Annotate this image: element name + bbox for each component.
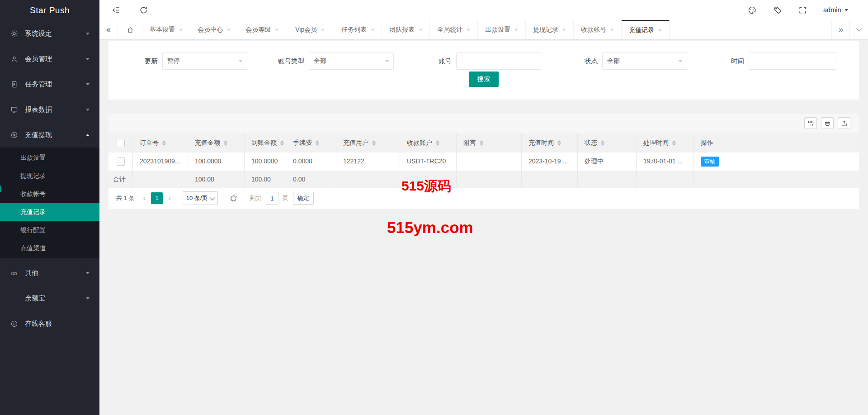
sort-icon[interactable] <box>162 140 166 146</box>
sidebar-item-recharge-withdraw[interactable]: 充值提现 <box>0 122 99 148</box>
sidebar-item-online-service[interactable]: 在线客服 <box>0 311 99 336</box>
tab-payout-settings[interactable]: 出款设置 <box>478 20 526 39</box>
total-cell-empty <box>694 171 859 188</box>
tab-recharge-records[interactable]: 充值记录 <box>622 20 670 39</box>
status-select[interactable]: 全部 <box>602 52 687 70</box>
sidebar-item-payout-settings[interactable]: 出款设置 <box>0 148 99 167</box>
tabs-menu-icon[interactable] <box>849 20 868 39</box>
sort-icon[interactable] <box>224 140 227 146</box>
account-type-select[interactable]: 全部 <box>309 52 394 70</box>
sidebar-item-other[interactable]: 其他 <box>0 260 99 286</box>
time-input[interactable] <box>749 53 836 69</box>
tab-vip-member[interactable]: Vip会员 <box>286 20 334 39</box>
close-icon[interactable] <box>419 26 422 33</box>
app-window: Star Push 系统设定 会员管理 任务管理 <box>0 0 868 415</box>
tab-global-stats[interactable]: 全局统计 <box>430 20 478 39</box>
total-cell-empty <box>336 171 400 188</box>
sidebar-item-yuebao[interactable]: 余额宝 <box>0 286 99 311</box>
refresh-icon[interactable] <box>139 6 148 14</box>
tab-task-list[interactable]: 任务列表 <box>334 20 382 39</box>
header-cell-recharge-time[interactable]: 充值时间 <box>522 133 578 153</box>
close-icon[interactable] <box>275 26 278 33</box>
next-page-icon[interactable] <box>168 194 171 203</box>
row-checkbox[interactable] <box>117 157 125 166</box>
tab-receive-accounts[interactable]: 收款帐号 <box>574 20 622 39</box>
tab-team-report[interactable]: 团队报表 <box>382 20 430 39</box>
chevron-down-icon <box>86 272 90 274</box>
close-icon[interactable] <box>467 26 470 33</box>
total-cell-arrival-amount: 100.00 <box>245 171 286 188</box>
header-cell-recharge-user[interactable]: 充值用户 <box>336 133 400 153</box>
tab-basic-settings[interactable]: 基本设置 <box>142 20 190 39</box>
sort-icon[interactable] <box>436 140 439 146</box>
sidebar-item-receive-accounts[interactable]: 收款帐号 <box>0 185 99 203</box>
tag-icon[interactable] <box>774 6 782 14</box>
sidebar-item-bank-config[interactable]: 银行配置 <box>0 221 99 239</box>
palette-icon[interactable] <box>748 6 756 14</box>
sort-icon[interactable] <box>480 140 483 146</box>
select-all-checkbox[interactable] <box>117 139 125 147</box>
sidebar-item-recharge-channels[interactable]: 充值渠道 <box>0 239 99 257</box>
sort-icon[interactable] <box>672 140 676 146</box>
tabs-overflow-icon[interactable] <box>831 20 850 39</box>
header-cell-process-time[interactable]: 处理时间 <box>637 133 694 153</box>
close-icon[interactable] <box>227 26 231 33</box>
goto-page-label: 到第 <box>250 194 262 202</box>
sort-icon[interactable] <box>316 140 319 146</box>
columns-icon[interactable] <box>804 117 817 129</box>
table-total-row: 合计 100.00 100.00 0.00 <box>108 171 859 188</box>
update-select[interactable]: 暂停 <box>162 52 247 70</box>
filter-panel: 更新 暂停 账号类型 全部 账号 状态 全部 时间 <box>108 41 859 100</box>
close-icon[interactable] <box>562 26 566 33</box>
goto-page-input[interactable] <box>266 192 278 205</box>
collapse-left-icon[interactable] <box>99 20 118 39</box>
prev-page-icon[interactable] <box>143 194 146 203</box>
header-cell-memo[interactable]: 附言 <box>457 133 522 153</box>
close-icon[interactable] <box>658 27 662 33</box>
confirm-page-button[interactable]: 确定 <box>293 192 314 205</box>
home-icon[interactable] <box>118 20 142 39</box>
header-cell-arrival-amount[interactable]: 到账金额 <box>245 133 286 153</box>
sort-icon[interactable] <box>557 140 561 146</box>
account-input[interactable] <box>457 53 541 69</box>
export-icon[interactable] <box>838 117 850 129</box>
sidebar-item-system-settings[interactable]: 系统设定 <box>0 21 99 46</box>
header-cell-fee[interactable]: 手续费 <box>286 133 336 153</box>
current-page-button[interactable]: 1 <box>151 192 163 204</box>
close-icon[interactable] <box>514 26 518 33</box>
page-size-select[interactable]: 10 条/页 <box>183 191 218 205</box>
sidebar-item-withdraw-records[interactable]: 提现记录 <box>0 167 99 185</box>
close-icon[interactable] <box>321 26 325 33</box>
close-icon[interactable] <box>179 26 183 33</box>
search-button[interactable]: 搜索 <box>469 72 499 87</box>
user-menu[interactable]: admin <box>823 0 848 20</box>
fullscreen-icon[interactable] <box>798 6 807 14</box>
menu-fold-icon[interactable] <box>112 6 121 14</box>
tab-member-level[interactable]: 会员等级 <box>238 20 286 39</box>
sidebar-item-report-data[interactable]: 报表数据 <box>0 97 99 122</box>
tab-withdraw-records[interactable]: 提现记录 <box>526 20 574 39</box>
infinity-icon <box>10 269 18 277</box>
header-cell-order-no[interactable]: 订单号 <box>133 133 188 153</box>
header-cell-recharge-amount[interactable]: 充值金额 <box>188 133 245 153</box>
sidebar-item-recharge-records[interactable]: 充值记录 <box>0 203 99 221</box>
refresh-icon[interactable] <box>230 195 237 202</box>
sort-icon[interactable] <box>601 140 604 146</box>
sort-icon[interactable] <box>372 140 376 146</box>
row-cell-receive-account: USDT-TRC20 <box>400 153 457 171</box>
header-cell-status[interactable]: 状态 <box>578 133 637 153</box>
print-icon[interactable] <box>821 117 834 129</box>
close-icon[interactable] <box>610 26 614 33</box>
total-cell-empty <box>637 171 694 188</box>
sidebar-item-member-management[interactable]: 会员管理 <box>0 46 99 72</box>
sidebar: Star Push 系统设定 会员管理 任务管理 <box>0 0 99 415</box>
status-select-value: 全部 <box>607 57 620 65</box>
tab-member-center[interactable]: 会员中心 <box>190 20 238 39</box>
sort-icon[interactable] <box>280 140 284 146</box>
header-cell-receive-account[interactable]: 收款账户 <box>400 133 457 153</box>
sidebar-item-task-management[interactable]: 任务管理 <box>0 72 99 97</box>
audit-button[interactable]: 审核 <box>701 157 719 167</box>
row-cell-process-time: 1970-01-01 ... <box>637 153 694 171</box>
blank-icon <box>10 294 18 302</box>
close-icon[interactable] <box>371 26 374 33</box>
